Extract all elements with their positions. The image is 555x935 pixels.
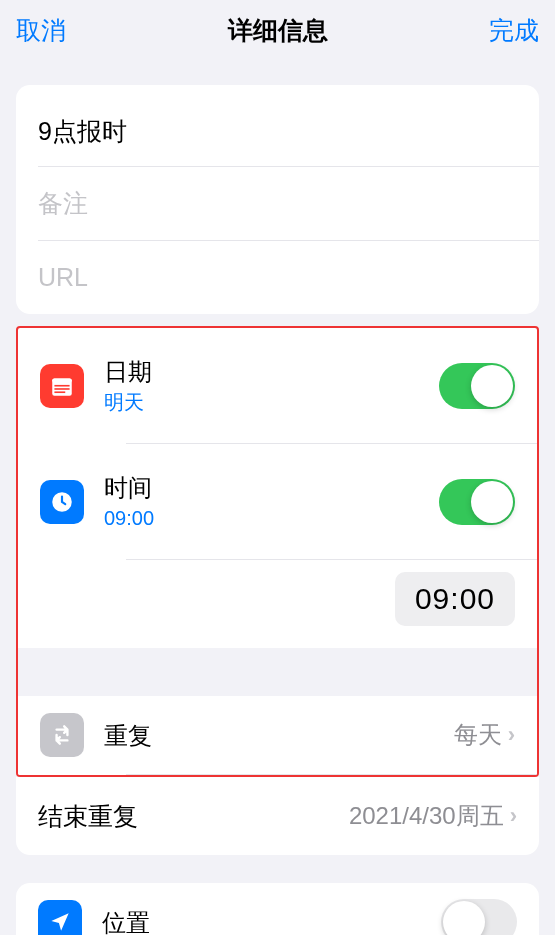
time-value: 09:00 [104,505,439,531]
date-value: 明天 [104,389,439,415]
location-row[interactable]: 位置 [16,883,539,935]
location-label: 位置 [102,907,150,935]
location-toggle[interactable] [441,899,517,935]
time-toggle[interactable] [439,479,515,525]
location-section: 位置 [16,883,539,935]
date-label: 日期 [104,356,439,387]
end-repeat-label: 结束重复 [38,800,138,833]
done-button[interactable]: 完成 [489,14,539,47]
repeat-label: 重复 [104,720,152,751]
date-content: 日期 明天 [104,344,439,427]
end-repeat-value: 2021/4/30周五 [349,800,504,832]
svg-rect-3 [54,388,69,390]
time-label: 时间 [104,472,439,503]
url-row[interactable] [16,241,539,314]
time-picker-row: 09:00 [18,560,537,648]
repeat-icon [40,713,84,757]
repeat-value: 每天 [454,719,502,751]
basic-info-section: 9点报时 [16,85,539,314]
cancel-button[interactable]: 取消 [16,14,66,47]
clock-icon [40,480,84,524]
date-toggle[interactable] [439,363,515,409]
end-repeat-row[interactable]: 结束重复 2021/4/30周五 › [16,777,539,855]
time-content: 时间 09:00 [104,460,439,543]
notes-input[interactable] [38,167,517,240]
notes-row[interactable] [16,167,539,240]
page-title: 详细信息 [228,14,328,47]
svg-rect-2 [54,385,69,387]
date-row[interactable]: 日期 明天 [18,328,537,443]
time-picker[interactable]: 09:00 [395,572,515,626]
chevron-icon: › [510,803,517,829]
svg-rect-4 [54,391,65,393]
title-field[interactable]: 9点报时 [16,85,539,166]
repeat-row[interactable]: 重复 每天 › [18,696,537,774]
datetime-section: 日期 明天 时间 09:00 09:00 [16,326,539,777]
chevron-icon: › [508,722,515,748]
location-icon [38,900,82,935]
url-input[interactable] [38,241,517,314]
calendar-icon [40,364,84,408]
header: 取消 详细信息 完成 [0,0,555,61]
time-row[interactable]: 时间 09:00 [18,444,537,559]
svg-rect-1 [52,378,72,382]
